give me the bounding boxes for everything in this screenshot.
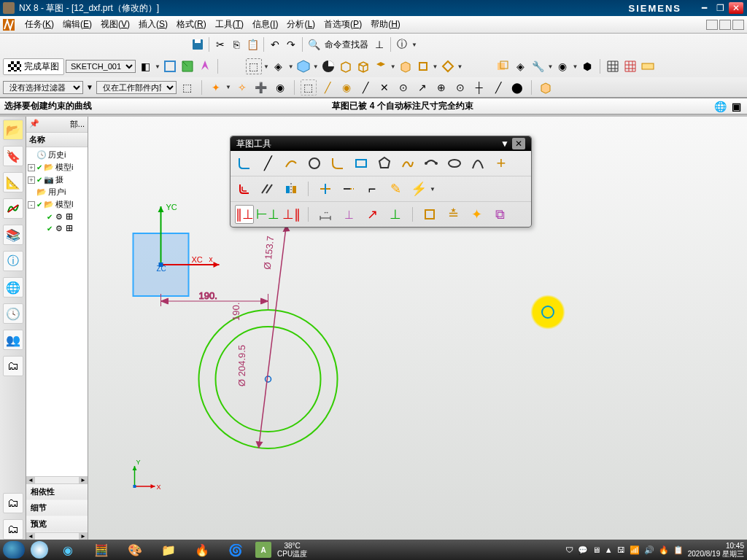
edit-button[interactable]: ✎ bbox=[386, 179, 405, 198]
snap-2[interactable]: ╱ bbox=[320, 79, 336, 96]
perpendicular-button[interactable]: ⊥ bbox=[371, 36, 387, 52]
selection-filter-select[interactable]: 没有选择过滤器 bbox=[3, 81, 83, 94]
paste-button[interactable]: 📋 bbox=[244, 36, 260, 52]
menu-工具[interactable]: 工具(T) bbox=[211, 18, 248, 31]
cpu-temp-widget[interactable]: 38°C CPU温度 bbox=[277, 542, 307, 558]
tb-btn-2[interactable] bbox=[179, 58, 196, 74]
tray-icon-4[interactable]: 🖫 bbox=[617, 545, 625, 554]
tray-expand-icon[interactable]: ▲ bbox=[605, 545, 613, 554]
wcs-button[interactable] bbox=[538, 79, 554, 96]
rectangle-button[interactable] bbox=[352, 154, 371, 173]
snap-11[interactable]: ╱ bbox=[490, 79, 506, 96]
sketch-name-select[interactable]: SKETCH_001 bbox=[66, 60, 136, 73]
tray-volume-icon[interactable]: 🔊 bbox=[644, 545, 654, 555]
cut-button[interactable]: ✂ bbox=[212, 36, 228, 52]
dim-1[interactable]: ↔ bbox=[316, 205, 335, 224]
cube-1[interactable] bbox=[338, 58, 354, 74]
constraint-horizontal[interactable]: ⊢⊥ bbox=[258, 205, 277, 224]
status-icon-2[interactable]: ▣ bbox=[729, 100, 743, 113]
copy-button[interactable]: ⎘ bbox=[228, 36, 244, 52]
snap-4[interactable]: ╱ bbox=[357, 79, 374, 96]
task-app-2[interactable]: ◉ bbox=[54, 541, 82, 559]
close-button[interactable]: ✕ bbox=[729, 2, 743, 14]
save-button[interactable] bbox=[190, 36, 206, 52]
profile-button[interactable] bbox=[235, 154, 254, 173]
dim-2[interactable]: ⟂ bbox=[339, 205, 358, 224]
snap-7[interactable]: ↗ bbox=[414, 79, 430, 96]
layer-btn-1[interactable] bbox=[495, 58, 511, 74]
mdi-restore-button[interactable] bbox=[719, 20, 731, 30]
dim-3[interactable]: ↗ bbox=[363, 205, 382, 224]
show-4[interactable]: ⧉ bbox=[490, 205, 509, 224]
palette-title-bar[interactable]: 草图工具 ▼ ✕ bbox=[231, 136, 531, 151]
filter-btn-2[interactable]: ✦▼ bbox=[208, 79, 231, 96]
polygon-button[interactable] bbox=[375, 154, 394, 173]
mirror-button[interactable] bbox=[282, 179, 301, 198]
info-dropdown[interactable]: ⓘ▼ bbox=[394, 36, 417, 52]
rail-navigator-button[interactable]: 📂 bbox=[3, 120, 23, 140]
view-style-2[interactable]: ◈▼ bbox=[271, 58, 294, 74]
arc-button[interactable] bbox=[282, 154, 301, 173]
nav-tab-相依性[interactable]: 相依性 bbox=[26, 484, 88, 500]
spline2-button[interactable] bbox=[422, 154, 441, 173]
pattern-button[interactable] bbox=[258, 179, 277, 198]
tree-item[interactable]: ✔⚙𐌎 bbox=[28, 211, 86, 222]
menu-插入[interactable]: 插入(S) bbox=[134, 18, 172, 31]
finish-sketch-button[interactable]: 完成草图 bbox=[3, 58, 64, 75]
snap-12[interactable]: ⬤ bbox=[509, 79, 525, 96]
show-2[interactable]: ≛ bbox=[444, 205, 462, 224]
cube-5[interactable]: ▼ bbox=[415, 58, 438, 74]
rail-btn-6[interactable]: ⓘ bbox=[3, 251, 23, 271]
snap-8[interactable]: ⊕ bbox=[433, 79, 449, 96]
rail-btn-5[interactable]: 📚 bbox=[3, 225, 23, 245]
cube-3[interactable]: ▼ bbox=[373, 58, 396, 74]
snap-5[interactable]: ✕ bbox=[376, 79, 392, 96]
status-icon-1[interactable]: 🌐 bbox=[713, 100, 727, 113]
show-1[interactable] bbox=[420, 205, 439, 224]
point-button[interactable]: + bbox=[492, 154, 511, 173]
snap-6[interactable]: ⊙ bbox=[395, 79, 411, 96]
scope-select[interactable]: 仅在工作部件内部 bbox=[96, 81, 177, 94]
menu-视图[interactable]: 视图(V) bbox=[96, 18, 134, 31]
line-button[interactable]: ╱ bbox=[258, 154, 277, 173]
filter-btn-1[interactable]: ⬚ bbox=[179, 79, 196, 96]
menu-首选项[interactable]: 首选项(P) bbox=[320, 18, 366, 31]
menu-任务[interactable]: 任务(K) bbox=[20, 18, 58, 31]
tree-item[interactable]: +✔📂模型i bbox=[28, 161, 86, 174]
conic-button[interactable] bbox=[468, 154, 487, 173]
grid-btn-2[interactable] bbox=[622, 58, 638, 74]
rail-btn-4[interactable] bbox=[3, 198, 23, 219]
rail-btn-10[interactable]: 🗂 bbox=[3, 356, 23, 376]
task-paint[interactable]: 🎨 bbox=[121, 541, 149, 559]
nav-tree[interactable]: 🕓历史i+✔📂模型i+✔📷摄📂用户i-✔📂模型l✔⚙𐌎✔⚙𐌎 bbox=[26, 147, 88, 476]
cube-6[interactable]: ▼ bbox=[440, 58, 463, 74]
tray-icon-3[interactable]: 🖥 bbox=[592, 545, 600, 554]
rail-btn-9[interactable]: 👥 bbox=[3, 330, 23, 350]
maximize-button[interactable]: ❐ bbox=[713, 2, 727, 14]
tray-icon-5[interactable]: 📶 bbox=[630, 545, 640, 555]
orient-dropdown[interactable]: ◧▼ bbox=[137, 58, 160, 74]
view-style-1[interactable]: ⬚▼ bbox=[246, 58, 269, 74]
command-finder-icon[interactable]: 🔍 bbox=[306, 36, 322, 52]
menu-编辑[interactable]: 编辑(E) bbox=[58, 18, 96, 31]
constraint-auto[interactable]: ⊥∥ bbox=[282, 205, 301, 224]
tray-icon-6[interactable]: 🔥 bbox=[659, 545, 669, 555]
task-explorer[interactable]: 📁 bbox=[155, 541, 182, 559]
snap-3[interactable]: ◉ bbox=[338, 79, 355, 96]
rail-btn-8[interactable]: 🕓 bbox=[3, 303, 23, 324]
spline-button[interactable] bbox=[398, 154, 417, 173]
layer-btn-4[interactable]: ◉▼ bbox=[554, 58, 578, 74]
task-app-1[interactable] bbox=[31, 541, 48, 559]
layer-btn-2[interactable]: ◈ bbox=[512, 58, 528, 74]
show-3[interactable]: ✦ bbox=[467, 205, 486, 224]
view-style-3[interactable]: ▼ bbox=[295, 58, 319, 74]
layer-btn-3[interactable]: 🔧▼ bbox=[530, 58, 553, 74]
offset-button[interactable] bbox=[235, 179, 254, 198]
menu-信息[interactable]: 信息(I) bbox=[248, 18, 282, 31]
rail-btn-11[interactable]: 🗂 bbox=[3, 493, 23, 513]
palette-dropdown-button[interactable]: ▼ bbox=[498, 139, 512, 149]
undo-button[interactable]: ↶ bbox=[267, 36, 283, 52]
nav-column-name[interactable]: 名称 bbox=[26, 133, 88, 147]
ellipse-button[interactable] bbox=[445, 154, 464, 173]
snap-10[interactable]: ┼ bbox=[471, 79, 487, 96]
